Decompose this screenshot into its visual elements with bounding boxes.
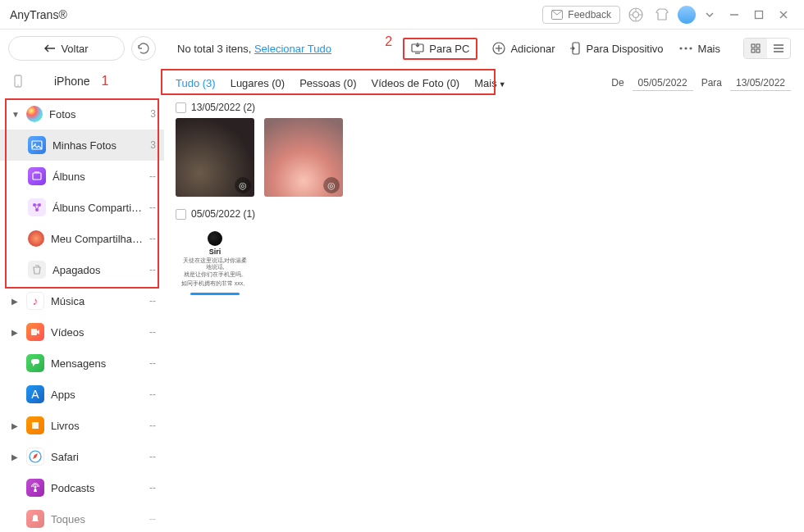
grid-icon (751, 43, 761, 53)
adicionar-button[interactable]: Adicionar (492, 42, 555, 55)
group-date-label: 05/05/2022 (1) (191, 208, 255, 220)
sidebar: ▼ Fotos 3 Minhas Fotos 3 Álbuns -- Álbun… (0, 98, 164, 532)
more-icon (678, 46, 693, 51)
list-icon (773, 43, 784, 53)
maximize-button[interactable] (748, 4, 770, 25)
sidebar-item-fotos[interactable]: ▼ Fotos 3 (0, 98, 164, 130)
live-photo-icon: ◎ (323, 177, 340, 193)
device-header: iPhone 1 (0, 67, 164, 95)
siri-orb-icon (208, 231, 222, 246)
close-button[interactable] (773, 4, 794, 25)
photo-thumbnail[interactable]: Siri 天使在这里说话,对你温柔地说话,就是让你们在手机里吗。 如同手机拥有的… (176, 225, 254, 303)
filter-pessoas[interactable]: Pessoas (0) (299, 77, 356, 89)
date-to-label: Para (701, 77, 722, 89)
svg-rect-39 (31, 329, 37, 335)
toolbar-row: Voltar No total 3 itens, Selecionar Tudo… (0, 30, 804, 67)
messages-icon (26, 354, 44, 372)
arrow-left-icon (44, 44, 56, 52)
svg-point-41 (34, 486, 37, 489)
svg-point-2 (633, 11, 639, 17)
caret-right-icon: ▶ (11, 297, 20, 306)
caret-right-icon: ▶ (11, 328, 20, 337)
sidebar-item-safari[interactable]: ▶ Safari -- (0, 441, 164, 472)
svg-point-19 (689, 47, 692, 49)
date-from-input[interactable]: 05/05/2022 (633, 75, 693, 91)
svg-rect-23 (756, 49, 760, 52)
caret-right-icon: ▶ (11, 452, 20, 462)
refresh-icon (137, 42, 150, 55)
date-to-input[interactable]: 13/05/2022 (730, 75, 791, 91)
siri-title: Siri (209, 248, 222, 256)
filter-tudo[interactable]: Tudo (3) (176, 77, 216, 89)
minimize-button[interactable] (724, 4, 745, 25)
photo-thumbnail[interactable]: ◎ (176, 118, 254, 197)
sidebar-item-toques[interactable]: ▶ Toques -- (0, 503, 164, 532)
svg-rect-32 (34, 171, 39, 173)
sidebar-item-minhas-fotos[interactable]: Minhas Fotos 3 (0, 130, 164, 161)
shared-albums-icon (28, 198, 46, 216)
device-name: iPhone (54, 75, 90, 88)
refresh-button[interactable] (131, 36, 156, 61)
sidebar-item-videos[interactable]: ▶ Vídeos -- (0, 316, 164, 348)
feedback-label: Feedback (568, 9, 611, 20)
svg-point-28 (17, 84, 19, 86)
books-icon (26, 416, 44, 434)
svg-rect-8 (756, 11, 763, 18)
help-icon[interactable] (625, 4, 646, 25)
avatar[interactable] (678, 6, 696, 24)
caret-right-icon: ▶ (11, 421, 20, 430)
select-all-link[interactable]: Selecionar Tudo (254, 43, 331, 55)
filter-lugares[interactable]: Lugares (0) (231, 77, 285, 89)
grid-view-button[interactable] (744, 39, 767, 58)
photo-group-1: 13/05/2022 (2) ◎ ◎ (176, 102, 802, 197)
back-button[interactable]: Voltar (8, 36, 125, 61)
svg-rect-21 (756, 44, 760, 48)
content-area: 13/05/2022 (2) ◎ ◎ 05/05/2022 (1) (164, 98, 804, 532)
chevron-down-icon[interactable] (699, 4, 720, 25)
mais-button[interactable]: Mais (678, 43, 720, 55)
list-view-button[interactable] (767, 39, 790, 58)
device-icon (570, 42, 582, 55)
filter-videos[interactable]: Vídeos de Foto (0) (372, 77, 460, 89)
live-photo-icon: ◎ (235, 177, 251, 193)
back-label: Voltar (61, 43, 88, 55)
sidebar-item-deleted[interactable]: Apagados -- (0, 254, 164, 285)
filter-mais[interactable]: Mais▼ (474, 77, 505, 89)
para-pc-highlight: 2 Para PC (403, 38, 477, 60)
group-checkbox[interactable] (176, 102, 186, 113)
photo-thumbnail[interactable]: ◎ (264, 118, 343, 197)
sidebar-item-musica[interactable]: ▶ ♪ Música -- (0, 285, 164, 316)
videos-icon (26, 323, 44, 341)
svg-point-18 (684, 47, 687, 49)
monitor-icon (411, 43, 424, 54)
music-icon: ♪ (26, 292, 44, 310)
view-toggle (743, 38, 791, 59)
titlebar: AnyTrans® Feedback (0, 0, 804, 30)
plus-circle-icon (492, 42, 505, 55)
sidebar-item-my-shared[interactable]: Meu Compartilhame... -- (0, 223, 164, 254)
sidebar-item-shared-albums[interactable]: Álbuns Compartilhad... -- (0, 192, 164, 223)
para-pc-button[interactable]: Para PC (411, 43, 469, 55)
trash-icon (28, 261, 46, 279)
sidebar-item-mensagens[interactable]: ▶ Mensagens -- (0, 348, 164, 379)
svg-rect-31 (33, 173, 41, 180)
sidebar-item-podcasts[interactable]: ▶ Podcasts -- (0, 472, 164, 503)
albums-icon (28, 167, 46, 185)
group-date-label: 13/05/2022 (2) (191, 102, 255, 113)
svg-rect-20 (751, 44, 755, 48)
shirt-icon[interactable] (651, 4, 673, 25)
sunflower-icon (28, 230, 44, 247)
sidebar-item-livros[interactable]: ▶ Livros -- (0, 410, 164, 441)
sidebar-item-apps[interactable]: ▶ A Apps -- (0, 379, 164, 410)
sidebar-item-albuns[interactable]: Álbuns -- (0, 161, 164, 192)
ringtone-icon (26, 510, 44, 528)
mail-icon (551, 10, 563, 20)
para-dispositivo-button[interactable]: Para Dispositivo (570, 42, 664, 55)
photos-icon (26, 106, 43, 122)
caret-down-icon: ▼ (11, 110, 20, 119)
my-photos-icon (28, 136, 46, 154)
podcast-icon (26, 479, 44, 497)
svg-rect-22 (751, 49, 755, 52)
group-checkbox[interactable] (176, 209, 186, 220)
feedback-button[interactable]: Feedback (542, 6, 620, 24)
